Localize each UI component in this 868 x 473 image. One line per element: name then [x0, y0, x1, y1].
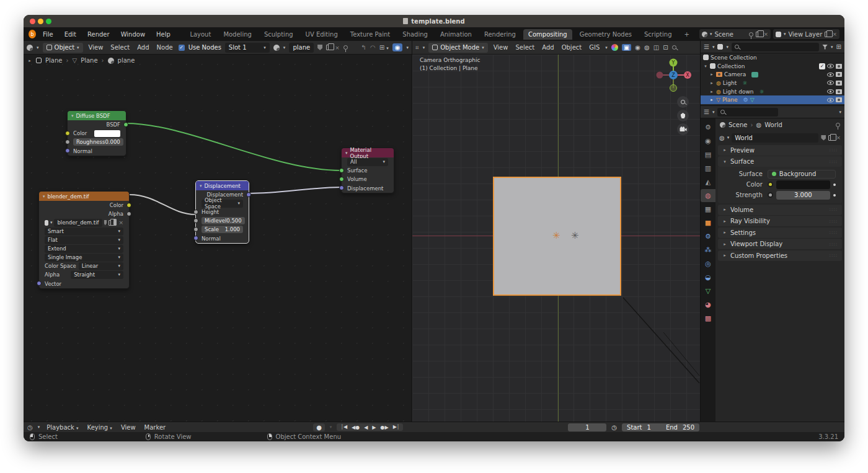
- panel-preview[interactable]: ▸Preview::::: [718, 145, 842, 156]
- hide-eye-icon[interactable]: [827, 98, 834, 102]
- scene-selector[interactable]: ▾ Scene ×: [699, 29, 771, 39]
- color-swatch[interactable]: [776, 180, 830, 189]
- extension-dropdown[interactable]: Extend▾: [45, 245, 123, 253]
- timeline-editor-icon[interactable]: ◷: [27, 424, 33, 431]
- menu-view[interactable]: View: [119, 424, 138, 431]
- menu-playback[interactable]: Playback ▾: [45, 424, 80, 431]
- expand-icon[interactable]: ▸: [709, 89, 714, 94]
- socket-displacement-input[interactable]: [339, 185, 344, 190]
- tab-texture[interactable]: ▩: [701, 312, 715, 325]
- menu-file[interactable]: File: [38, 30, 58, 39]
- outliner-row-camera[interactable]: ▸ Camera: [701, 70, 844, 79]
- hide-eye-icon[interactable]: [827, 64, 834, 68]
- tab-texture-paint[interactable]: Texture Paint: [345, 29, 396, 40]
- node-material-output[interactable]: ▾Material Output All▾ Surface Volume Dis…: [341, 148, 394, 193]
- tab-scene[interactable]: ◭: [701, 175, 715, 188]
- tab-modeling[interactable]: Modeling: [218, 29, 257, 40]
- expand-icon[interactable]: ▸: [709, 81, 714, 86]
- color-swatch[interactable]: [94, 130, 120, 137]
- socket-vector-input[interactable]: [37, 281, 42, 286]
- copy-icon[interactable]: [108, 220, 112, 226]
- image-icon[interactable]: [45, 220, 48, 226]
- menu-select[interactable]: Select: [513, 44, 536, 51]
- play-reverse-button[interactable]: ◀: [362, 425, 370, 430]
- zoom-button[interactable]: [677, 96, 689, 108]
- tab-uv-editing[interactable]: UV Editing: [301, 29, 343, 40]
- copy-icon[interactable]: [825, 32, 830, 37]
- tab-particles[interactable]: ⁂: [701, 244, 715, 257]
- light-object-marker[interactable]: ✳: [552, 231, 560, 241]
- collection-checkbox[interactable]: ✓: [819, 63, 825, 69]
- current-frame-field[interactable]: 1: [568, 423, 606, 431]
- node-displacement[interactable]: ▾Displacement Displacement Object Space▾…: [195, 180, 249, 244]
- jump-to-end-button[interactable]: ▶⏐: [391, 424, 402, 430]
- hide-eye-icon[interactable]: [827, 81, 834, 85]
- roughness-field[interactable]: Roughness0.000: [73, 138, 123, 146]
- node-diffuse-bsdf[interactable]: ▾Diffuse BSDF BSDF Color Roughness0.000 …: [67, 110, 126, 156]
- tab-physics[interactable]: ◎: [701, 257, 715, 270]
- prev-keyframe-button[interactable]: ◀●: [350, 425, 361, 430]
- panel-viewport-display[interactable]: ▸Viewport Display::::: [718, 239, 842, 249]
- blender-logo-icon[interactable]: b: [29, 30, 36, 38]
- overlays-icon[interactable]: ⊡: [663, 44, 668, 51]
- tab-shading[interactable]: Shading: [397, 29, 433, 40]
- camera-view-button[interactable]: [677, 123, 689, 135]
- menu-gis[interactable]: GIS: [587, 44, 601, 51]
- jump-to-start-button[interactable]: ⏐◀: [339, 424, 349, 430]
- open-image-icon[interactable]: [113, 221, 117, 225]
- light-down-object-marker[interactable]: ✳: [571, 231, 579, 241]
- copy-icon[interactable]: [828, 135, 833, 141]
- hide-eye-icon[interactable]: [827, 89, 834, 94]
- properties-filter-dropdown[interactable]: ▾: [839, 110, 841, 115]
- stopwatch-icon[interactable]: ◷: [611, 424, 617, 431]
- world-name-field[interactable]: World: [732, 133, 818, 143]
- outliner-search-input[interactable]: [732, 43, 819, 51]
- tab-object-data[interactable]: ▽: [701, 285, 715, 298]
- projection-dropdown[interactable]: Flat▾: [45, 236, 123, 244]
- interpolation-dropdown[interactable]: Smart▾: [45, 228, 123, 236]
- search-icon[interactable]: [672, 45, 676, 50]
- panel-settings[interactable]: ▸Settings::::: [718, 228, 842, 238]
- target-dropdown[interactable]: All▾: [347, 158, 388, 166]
- close-icon[interactable]: ×: [763, 31, 768, 37]
- auto-keying-button[interactable]: ●: [313, 423, 325, 431]
- viewport-shading-material[interactable]: ◉: [635, 44, 640, 51]
- pin-icon[interactable]: [749, 32, 753, 37]
- menu-edit[interactable]: Edit: [60, 30, 81, 39]
- close-window-button[interactable]: [30, 19, 35, 24]
- menu-add[interactable]: Add: [540, 44, 556, 51]
- properties-search-input[interactable]: [717, 108, 778, 117]
- socket-color-input[interactable]: [65, 131, 70, 136]
- socket-normal-input[interactable]: [65, 148, 70, 153]
- hide-eye-icon[interactable]: [827, 73, 834, 77]
- tab-material[interactable]: ◕: [701, 298, 715, 311]
- animate-dot[interactable]: [833, 183, 836, 186]
- breadcrumb-world[interactable]: World: [764, 122, 782, 128]
- chevron-icon[interactable]: ▸: [27, 58, 32, 63]
- xray-toggle-icon[interactable]: ◫: [653, 44, 659, 51]
- render-visibility-icon[interactable]: [836, 64, 842, 69]
- strength-socket-icon[interactable]: [768, 192, 773, 198]
- menu-keying[interactable]: Keying ▾: [86, 424, 114, 431]
- tab-sculpting[interactable]: Sculpting: [259, 29, 298, 40]
- panel-ray-visibility[interactable]: ▸Ray Visibility::::: [718, 216, 842, 226]
- strength-slider[interactable]: 3.000: [776, 191, 830, 200]
- surface-shader-button[interactable]: Background: [768, 170, 836, 179]
- space-dropdown[interactable]: Object Space▾: [202, 200, 243, 208]
- tab-scripting[interactable]: Scripting: [639, 29, 676, 40]
- panel-custom-properties[interactable]: ▸Custom Properties::::: [718, 250, 842, 261]
- viewport-editor-type-icon[interactable]: ⌗: [415, 44, 419, 51]
- socket-midlevel-input[interactable]: [193, 218, 198, 223]
- tab-animation[interactable]: Animation: [435, 29, 477, 40]
- copy-icon[interactable]: [756, 32, 761, 37]
- midlevel-field[interactable]: Midlevel0.500: [202, 217, 245, 224]
- tab-compositing[interactable]: Compositing: [523, 29, 572, 40]
- viewport-shading-rendered[interactable]: ◍: [644, 44, 650, 51]
- source-dropdown[interactable]: Single Image▾: [45, 254, 123, 262]
- render-visibility-icon[interactable]: [836, 72, 842, 77]
- add-workspace-button[interactable]: +: [679, 29, 694, 40]
- close-icon[interactable]: ×: [118, 219, 123, 226]
- alpha-dropdown[interactable]: Straight▾: [71, 271, 123, 279]
- outliner-row-light-down[interactable]: ▸ ◍ Light down ☼: [701, 87, 844, 96]
- socket-color-output[interactable]: [126, 203, 131, 208]
